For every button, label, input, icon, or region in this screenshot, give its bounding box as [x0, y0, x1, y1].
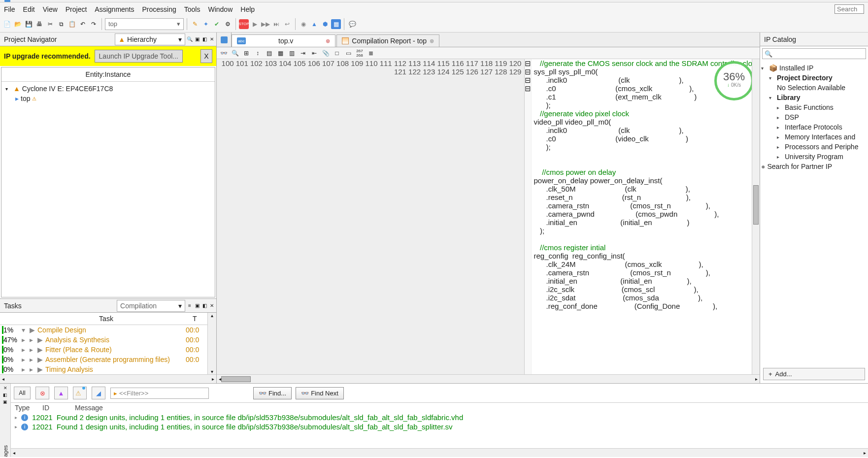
message-filter-input[interactable]: ▸<<Filter>> [110, 388, 209, 399]
ed-bookmark-icon[interactable]: ▤ [264, 48, 274, 58]
chip-icon[interactable]: ◉ [299, 19, 308, 29]
ed-find-icon[interactable]: 🔍 [230, 48, 240, 58]
ip-library-item[interactable]: ▸DSP [761, 112, 867, 122]
play-icon[interactable]: ▶ [250, 19, 260, 29]
menu-assignments[interactable]: Assignments [95, 5, 134, 13]
editor-h-scrollbar[interactable]: ◂▸ [217, 374, 760, 383]
undo-icon[interactable]: ↶ [78, 19, 88, 29]
tab-compilation-report[interactable]: Compilation Report - top ⊗ [336, 34, 439, 47]
ed-arrow-icon[interactable]: ↕ [253, 48, 263, 58]
save-icon[interactable]: 💾 [24, 19, 33, 29]
fold-gutter[interactable]: ⊟ ⊟ ⊟ ⊟ [525, 59, 532, 374]
project-directory-row[interactable]: ▾Project Directory [761, 73, 867, 83]
entity-select[interactable]: top▾ [105, 18, 184, 30]
pin-icon[interactable]: ▣ [194, 36, 200, 43]
tasks-h-scrollbar[interactable]: ◂▸ [0, 374, 216, 383]
ed-uncomment-icon[interactable]: ▥ [287, 48, 297, 58]
editor-v-scrollbar[interactable] [752, 59, 760, 374]
dock-icon[interactable]: ◧ [3, 393, 7, 397]
menu-help[interactable]: Help [240, 5, 255, 13]
ed-comment-icon[interactable]: ▦ [275, 48, 285, 58]
copy-icon[interactable]: ⧉ [56, 19, 66, 29]
menu-project[interactable]: Project [66, 5, 87, 13]
search-icon[interactable]: 🔍 [186, 36, 193, 43]
tab-close-icon[interactable]: ⊗ [326, 38, 330, 44]
step-icon[interactable]: ⏭ [271, 19, 281, 29]
chevron-down-icon[interactable]: ▾ [5, 86, 11, 92]
task-row[interactable]: 1%▾▶Compile Design00:0 [0, 325, 207, 335]
tree-icon[interactable]: ⬢ [320, 19, 330, 29]
code-content[interactable]: //generate the CMOS sensor clock and the… [532, 59, 760, 374]
close-icon[interactable]: ✕ [3, 386, 7, 391]
ip-library-item[interactable]: ▸Processors and Periphe [761, 142, 867, 152]
find-next-button[interactable]: 👓Find Next [296, 387, 344, 399]
add-ip-button[interactable]: +Add... [763, 368, 865, 380]
ed-num-icon[interactable]: 267268 [355, 48, 365, 58]
compilation-dropdown[interactable]: Compilation▾ [117, 300, 185, 312]
ed-replace-icon[interactable]: ⊞ [241, 48, 251, 58]
ed-indent-icon[interactable]: ⇥ [298, 48, 308, 58]
close-icon[interactable]: ✕ [208, 36, 215, 43]
menu-window[interactable]: Window [208, 5, 233, 13]
filter-error-button[interactable]: ⊗ [35, 387, 49, 399]
tasks-pin-icon[interactable]: ▣ [194, 302, 200, 309]
stop-icon[interactable]: STOP [239, 19, 249, 29]
tasks-list-icon[interactable]: ≡ [186, 302, 193, 309]
tasks-dock-icon[interactable]: ◧ [201, 302, 208, 309]
pin-icon[interactable]: ▣ [3, 399, 7, 404]
message-row[interactable]: ▸i12021Found 2 design units, including 1… [11, 413, 868, 422]
open-folder-icon[interactable]: 📂 [13, 19, 23, 29]
tasks-scrollbar[interactable]: ▴▾ [207, 313, 216, 374]
task-row[interactable]: 0%▸▸▶Timing Analysis [0, 364, 207, 374]
ip-search-input[interactable]: 🔍 [762, 48, 866, 59]
tab-group-icon[interactable] [221, 36, 228, 43]
filter-all-button[interactable]: All [14, 387, 31, 399]
gear-icon[interactable]: ⚙ [223, 19, 233, 29]
cut-icon[interactable]: ✂ [45, 19, 55, 29]
dock-icon[interactable]: ◧ [201, 36, 208, 43]
ip-library-item[interactable]: ▸Memory Interfaces and [761, 132, 867, 142]
back-icon[interactable]: ↩ [282, 19, 292, 29]
menu-tools[interactable]: Tools [184, 5, 200, 13]
tab-top-v[interactable]: abc top.v ⊗ [232, 34, 335, 47]
speech-icon[interactable]: 💬 [347, 19, 357, 29]
ip-library-item[interactable]: ▸University Program [761, 152, 867, 162]
library-row[interactable]: ▾Library [761, 93, 867, 102]
messages-h-scrollbar[interactable]: ◂▸ [11, 448, 868, 457]
new-file-icon[interactable]: 📄 [2, 19, 12, 29]
tasks-close-icon[interactable]: ✕ [208, 302, 215, 309]
search-partner-ip-row[interactable]: ●Search for Partner IP [761, 162, 867, 171]
code-editor[interactable]: 100 101 102 103 104 105 106 107 108 109 … [217, 59, 760, 374]
ed-col-icon[interactable]: ≣ [366, 48, 376, 58]
highlight-icon[interactable]: ▦ [331, 19, 341, 29]
launch-ip-upgrade-button[interactable]: Launch IP Upgrade Tool... [95, 50, 183, 63]
message-row[interactable]: ▸i12021Found 1 design units, including 1… [11, 422, 868, 431]
ip-library-item[interactable]: ▸Interface Protocols [761, 122, 867, 132]
ed-box2-icon[interactable]: ▭ [343, 48, 353, 58]
task-row[interactable]: 0%▸▸▶Assembler (Generate programming fil… [0, 355, 207, 364]
settings-icon[interactable]: ✦ [201, 19, 211, 29]
filter-critical-button[interactable]: ▲ [54, 387, 68, 399]
search-input[interactable] [835, 4, 864, 14]
ed-clip-icon[interactable]: 📎 [321, 48, 331, 58]
find-button[interactable]: 👓Find... [253, 387, 292, 399]
print-icon[interactable]: 🖶 [34, 19, 44, 29]
filter-info-button[interactable]: ◢ [92, 387, 105, 399]
top-entity-row[interactable]: ▸ top ⚠ [5, 94, 211, 103]
menu-edit[interactable]: Edit [23, 5, 35, 13]
paste-icon[interactable]: 📋 [67, 19, 77, 29]
device-row[interactable]: ▾ ▲ Cyclone IV E: EP4CE6F17C8 [5, 84, 211, 94]
filter-warning-button[interactable]: ⚠ [73, 387, 87, 399]
ed-box1-icon[interactable]: □ [332, 48, 342, 58]
redo-icon[interactable]: ↷ [89, 19, 99, 29]
play-to-icon[interactable]: ▶▶ [261, 19, 270, 29]
task-row[interactable]: 47%▸▸▶Analysis & Synthesis00:0 [0, 335, 207, 345]
installed-ip-row[interactable]: ▾📦Installed IP [761, 63, 867, 73]
tab-close-icon[interactable]: ⊗ [430, 38, 434, 44]
wand-icon[interactable]: ✎ [190, 19, 200, 29]
node-icon[interactable]: ▲ [309, 19, 319, 29]
task-row[interactable]: 0%▸▸▶Fitter (Place & Route)00:0 [0, 345, 207, 355]
hierarchy-dropdown[interactable]: ▲Hierarchy▾ [115, 33, 185, 45]
check-icon[interactable]: ✔ [212, 19, 222, 29]
upgrade-close-button[interactable]: X [200, 49, 212, 63]
